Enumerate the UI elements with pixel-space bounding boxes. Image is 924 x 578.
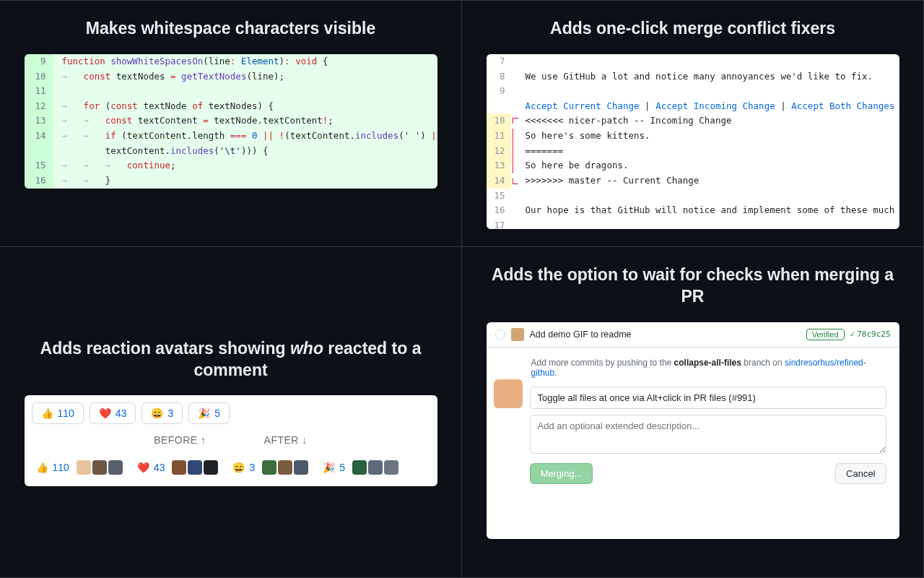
avatar [511, 328, 524, 341]
code-block: 9function showWhiteSpacesOn(line: Elemen… [25, 54, 437, 189]
avatar [172, 460, 186, 475]
avatar [494, 379, 523, 408]
reaction-with-avatars[interactable]: 😄3 [228, 456, 313, 479]
commit-circle-icon [495, 329, 505, 340]
feature-wait-for-checks: Adds the option to wait for checks when … [462, 247, 924, 578]
pr-panel: Add demo GIF to readme Verified ✓ 78c9c2… [487, 322, 899, 539]
merge-description-textarea[interactable] [530, 415, 886, 454]
feature-title: Adds the option to wait for checks when … [479, 264, 906, 308]
reaction-with-avatars[interactable]: 🎉5 [318, 456, 403, 479]
reaction-with-avatars[interactable]: ❤️43 [133, 456, 223, 479]
reaction-button[interactable]: 😄3 [141, 402, 183, 424]
before-after-labels: BEFORE ↑ AFTER ↓ [25, 428, 437, 452]
push-hint: Add more commits by pushing to the colla… [531, 358, 886, 378]
reactions-before-row: 👍110❤️43😄3🎉5 [25, 398, 437, 428]
conflict-fixer-link[interactable]: Accept Both Changes [791, 100, 894, 111]
avatar [77, 460, 91, 475]
feature-whitespace: Makes whitespace characters visible 9fun… [0, 1, 462, 247]
avatar [262, 460, 276, 475]
merging-button[interactable]: Merging... [530, 463, 593, 484]
avatar [384, 460, 398, 475]
reaction-button[interactable]: 🎉5 [188, 402, 230, 424]
avatar [278, 460, 292, 475]
avatar [204, 460, 218, 475]
after-label: AFTER ↓ [264, 434, 308, 446]
reactions-panel: 👍110❤️43😄3🎉5 BEFORE ↑ AFTER ↓ 👍110❤️43😄3… [25, 395, 437, 486]
before-label: BEFORE ↑ [154, 434, 206, 446]
feature-title: Makes whitespace characters visible [86, 18, 375, 40]
avatar [108, 460, 123, 475]
merge-conflict-block: 78We use GitHub a lot and notice many an… [487, 54, 899, 229]
commit-sha[interactable]: ✓ 78c9c25 [850, 329, 891, 339]
avatar [294, 460, 308, 475]
reaction-with-avatars[interactable]: 👍110 [32, 456, 127, 479]
avatar [92, 460, 107, 475]
check-icon: ✓ [850, 329, 855, 339]
avatar [368, 460, 383, 475]
feature-merge-conflict: Adds one-click merge conflict fixers 78W… [462, 1, 924, 247]
commit-title: Add demo GIF to readme [530, 329, 632, 340]
avatar [188, 460, 202, 475]
conflict-fixer-link[interactable]: Accept Current Change [526, 100, 640, 111]
pr-commit-header: Add demo GIF to readme Verified ✓ 78c9c2… [487, 322, 899, 348]
reactions-after-row: 👍110❤️43😄3🎉5 [25, 452, 437, 483]
feature-reaction-avatars: Adds reaction avatars showing who reacte… [0, 247, 462, 578]
avatar [352, 460, 367, 475]
cancel-button[interactable]: Cancel [835, 463, 886, 484]
verified-badge: Verified [806, 329, 845, 340]
reaction-button[interactable]: ❤️43 [90, 402, 136, 424]
reaction-button[interactable]: 👍110 [32, 402, 84, 424]
conflict-fixer-link[interactable]: Accept Incoming Change [655, 100, 775, 111]
feature-title: Adds reaction avatars showing who reacte… [17, 338, 444, 381]
merge-title-input[interactable] [530, 387, 886, 409]
feature-title: Adds one-click merge conflict fixers [550, 18, 835, 40]
